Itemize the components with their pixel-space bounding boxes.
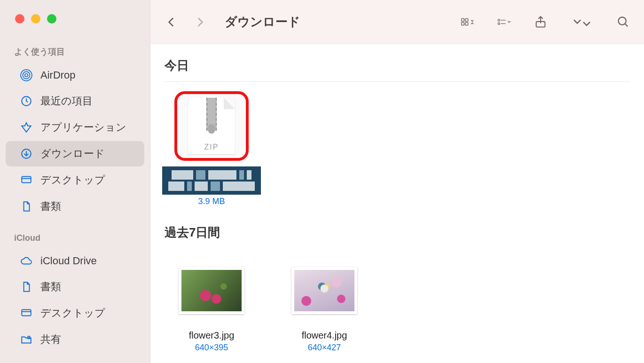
svg-rect-10 (462, 22, 464, 25)
file-grid-today: ZIP 3.9 MB (165, 91, 630, 206)
file-dimensions: 640×395 (195, 343, 228, 353)
document-icon (20, 200, 33, 213)
image-thumbnail-icon (181, 270, 242, 311)
sidebar: よく使う項目 AirDrop 最近の項目 アプリケーション (0, 0, 150, 363)
svg-point-1 (23, 71, 30, 79)
image-thumbnail-icon (294, 270, 354, 311)
sidebar-item-label: 共有 (40, 332, 61, 347)
svg-rect-8 (462, 18, 464, 21)
content-area: 今日 ZIP (150, 44, 644, 363)
sidebar-item-label: デスクトップ (40, 306, 105, 320)
shared-folder-icon (20, 333, 33, 346)
document-icon (20, 280, 33, 293)
group-header-today: 今日 (165, 54, 630, 82)
file-item-zip[interactable]: ZIP 3.9 MB (169, 91, 254, 206)
svg-rect-9 (465, 18, 468, 21)
minimize-button[interactable] (31, 14, 40, 24)
sidebar-section-title: iCloud (0, 233, 150, 248)
sidebar-item-airdrop[interactable]: AirDrop (6, 63, 144, 87)
sidebar-item-downloads[interactable]: ダウンロード (6, 141, 144, 166)
toolbar-right (461, 13, 630, 32)
sidebar-item-icloud-documents[interactable]: 書類 (6, 274, 144, 300)
desktop-icon (20, 174, 33, 187)
sidebar-section-title: よく使う項目 (0, 46, 150, 62)
sidebar-item-label: 書類 (40, 199, 61, 213)
toolbar: ダウンロード (150, 0, 644, 44)
desktop-icon (20, 307, 33, 320)
svg-point-0 (25, 74, 28, 77)
share-button[interactable] (534, 13, 547, 32)
file-grid-last7days: flower3.jpg 640×395 flower4.jpg 640×427 (165, 258, 630, 353)
file-thumbnail (289, 258, 360, 324)
file-thumbnail (176, 258, 247, 324)
sidebar-item-icloud-desktop[interactable]: デスクトップ (6, 300, 144, 326)
file-name-redacted (162, 166, 261, 195)
file-icon-zip-highlighted: ZIP (174, 91, 249, 161)
search-button[interactable] (617, 13, 630, 32)
svg-point-7 (28, 336, 30, 339)
sidebar-item-applications[interactable]: アプリケーション (6, 115, 144, 140)
sidebar-item-recents[interactable]: 最近の項目 (6, 88, 144, 114)
finder-window: よく使う項目 AirDrop 最近の項目 アプリケーション (0, 0, 644, 363)
toolbar-nav (165, 15, 207, 29)
sidebar-item-icloud-drive[interactable]: iCloud Drive (6, 249, 144, 273)
sidebar-item-label: 書類 (40, 280, 61, 294)
main-area: ダウンロード (150, 0, 644, 363)
back-button[interactable] (165, 15, 179, 29)
zip-icon: ZIP (188, 98, 235, 154)
close-button[interactable] (15, 14, 24, 24)
svg-point-15 (619, 17, 626, 24)
svg-rect-6 (22, 309, 31, 316)
overflow-button[interactable] (571, 13, 593, 32)
sidebar-item-documents[interactable]: 書類 (6, 194, 144, 219)
sidebar-section-favorites: よく使う項目 AirDrop 最近の項目 アプリケーション (0, 46, 150, 219)
svg-rect-5 (22, 176, 31, 182)
file-item-flower3[interactable]: flower3.jpg 640×395 (169, 258, 254, 353)
forward-button[interactable] (193, 15, 207, 29)
svg-rect-13 (498, 23, 500, 24)
maximize-button[interactable] (47, 14, 56, 24)
file-dimensions: 640×427 (308, 343, 341, 353)
sidebar-item-label: AirDrop (40, 69, 76, 81)
sidebar-item-desktop[interactable]: デスクトップ (6, 167, 144, 193)
group-header-last7days: 過去7日間 (165, 221, 630, 248)
group-by-button[interactable] (497, 13, 510, 32)
sidebar-item-label: ダウンロード (40, 147, 105, 161)
sidebar-item-label: 最近の項目 (40, 94, 93, 108)
clock-icon (20, 95, 33, 108)
file-name: flower4.jpg (302, 330, 347, 341)
applications-icon (20, 121, 33, 134)
window-title: ダウンロード (225, 14, 451, 30)
file-name: flower3.jpg (189, 330, 235, 341)
sidebar-section-icloud: iCloud iCloud Drive 書類 デスクトップ (0, 233, 150, 352)
view-mode-button[interactable] (461, 13, 474, 32)
sidebar-item-label: デスクトップ (40, 173, 105, 187)
sidebar-item-label: iCloud Drive (40, 255, 97, 267)
sidebar-item-label: アプリケーション (40, 120, 126, 134)
svg-rect-12 (498, 19, 500, 21)
airdrop-icon (20, 69, 33, 82)
svg-rect-11 (465, 22, 468, 25)
file-size: 3.9 MB (198, 197, 225, 206)
window-controls (0, 14, 150, 24)
download-icon (20, 147, 33, 160)
cloud-icon (20, 254, 33, 268)
zip-type-label: ZIP (188, 143, 235, 151)
file-item-flower4[interactable]: flower4.jpg 640×427 (282, 258, 367, 353)
sidebar-item-shared[interactable]: 共有 (6, 327, 144, 352)
